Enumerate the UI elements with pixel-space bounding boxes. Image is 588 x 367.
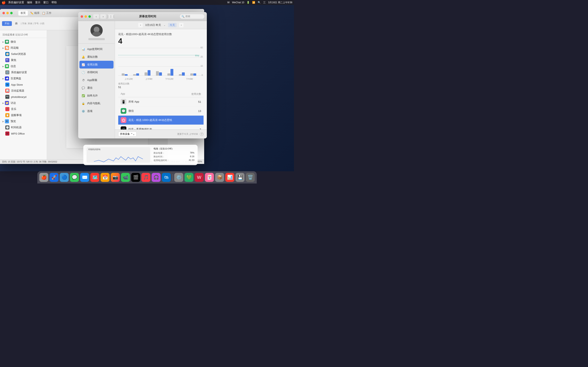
dock-item-maps[interactable]: 🗺️ <box>90 173 99 182</box>
sidebar-item-13[interactable]: ▶ 👁 预览 <box>0 118 47 124</box>
dock-item-mail[interactable]: ✉️ <box>80 173 89 182</box>
desktop: 首页 ✏️ 稿库 📋 工作 开始 插 | 字体: 宋体 | 字号: 小四 活动监… <box>0 5 294 171</box>
st-app-row-1[interactable]: 💬 微信 13 <box>118 106 204 116</box>
st-close[interactable] <box>81 15 83 18</box>
sidebar-item-11[interactable]: 🎵 音乐 <box>0 106 47 112</box>
st-date-back[interactable]: ‹ <box>138 23 143 27</box>
dock-item-apple-tv[interactable]: 🎬 <box>131 173 140 182</box>
sidebar-item-6[interactable]: ▶ ☁️ 百度网盘 <box>0 75 47 82</box>
chart-xlabel-2: 下午12时 <box>165 78 173 81</box>
dock-item-system-prefs[interactable]: ⚙️ <box>174 173 183 182</box>
dock-item-disk[interactable]: 💾 <box>236 173 245 182</box>
st-device-select[interactable]: 所有设备 ⌃⌄ <box>118 132 137 137</box>
st-grid-button[interactable]: ⋮⋮⋮ <box>108 14 114 19</box>
menu-edit[interactable]: 编辑 <box>27 1 32 4</box>
dock-item-finder[interactable]: 🍎 <box>39 173 48 182</box>
menubar-control[interactable]: 三 <box>263 1 266 4</box>
dock-item-music[interactable]: 🎵 <box>141 173 150 182</box>
sidebar-item-9[interactable]: 📷 photolibraryd <box>0 94 47 100</box>
st-menu-item-4[interactable]: ⏱ App限额 <box>78 76 115 84</box>
st-today-button[interactable]: 今天 <box>168 23 177 27</box>
sidebar-label-4: 信息 <box>11 64 16 68</box>
wps-minimize[interactable] <box>6 12 9 14</box>
st-menu-item-2[interactable]: 📈 使用次数 <box>79 61 113 68</box>
st-menu-item-5[interactable]: 💬 通信 <box>78 84 115 92</box>
st-back-button[interactable]: ‹ <box>93 14 99 19</box>
dock-item-app3[interactable]: 📦 <box>215 173 224 182</box>
btn-insert[interactable]: 插 <box>13 21 19 26</box>
sidebar-item-7[interactable]: 🛍 App Store <box>0 82 47 88</box>
st-left-panel: 📊 App使用时间 🔔 通知次数 📈 使用次数 🕐 停用时间 ⏱ App限额 💬… <box>78 21 115 138</box>
st-fullscreen[interactable] <box>88 15 91 18</box>
sidebar-item-2[interactable]: 🧭 Safari浏览器 <box>0 51 47 57</box>
sidebar-label-3: 聚焦 <box>11 58 16 62</box>
dock-item-activity[interactable]: 📊 <box>225 173 234 182</box>
sidebar-icon-1: 📈 <box>5 46 9 50</box>
st-search-bar[interactable]: 🔍 搜索 <box>180 14 204 19</box>
st-menu-item-6[interactable]: ✅ 始终允许 <box>78 92 115 100</box>
st-menu-item-0[interactable]: 📊 App使用时间 <box>78 45 115 53</box>
stat-value-2: 41:33 <box>189 159 194 162</box>
dock-item-calendar[interactable]: 📅 <box>101 173 110 182</box>
dock-item-facetime[interactable]: 📹 <box>121 173 130 182</box>
dock-item-app-store[interactable]: 🛍 <box>162 173 171 182</box>
wps-tab-draft[interactable]: ✏️ 稿库 <box>30 11 40 15</box>
sidebar-item-3[interactable]: 🔍 聚焦 <box>0 57 47 63</box>
st-app-row-2[interactable]: 🌸 花见 - 精选 1000+超高清 4K动态壁纸 <box>118 116 204 125</box>
st-date-nav: ‹ 3月15日 昨天 ⌄ 今天 › <box>115 21 207 29</box>
st-help-button[interactable]: ? <box>200 132 204 136</box>
st-menu-item-1[interactable]: 🔔 通知次数 <box>78 53 115 61</box>
bar-6-0 <box>190 73 193 76</box>
st-avatar <box>90 24 103 36</box>
wps-close[interactable] <box>2 12 5 14</box>
sidebar-item-0[interactable]: ▶ 💬 微信 <box>0 39 47 45</box>
dock-item-launchpad[interactable]: 🚀 <box>50 173 59 182</box>
st-menu-item-7[interactable]: 🔒 内容与隐私 <box>78 100 115 107</box>
menu-syspref[interactable]: 系统偏好设置 <box>8 1 24 4</box>
chart-xlabel-0: 上午12时 <box>125 78 133 81</box>
wps-tab-work[interactable]: 📋 工作 <box>42 11 52 15</box>
menubar-wechat: WeChat 10 <box>232 1 244 4</box>
sidebar-icon-13: 👁 <box>5 119 9 123</box>
apple-menu[interactable]: 🍎 <box>2 1 6 4</box>
st-app-row-3[interactable]: 🎵 抖音 - 看看晚领红包 3 <box>118 125 204 129</box>
sidebar-item-5[interactable]: ⚙️ 系统偏好设置 <box>0 69 47 75</box>
sidebar-item-10[interactable]: ▶ 📁 访达 <box>0 100 47 106</box>
st-date-forward[interactable]: › <box>179 23 183 27</box>
st-forward-button[interactable]: › <box>100 14 106 19</box>
st-menu-item-8[interactable]: ⚙️ 选项 <box>78 107 115 115</box>
menu-help[interactable]: 帮助 <box>52 1 57 4</box>
sidebar-label-12: 提醒事项 <box>11 113 22 117</box>
dock-item-app2[interactable]: 🃏 <box>205 173 214 182</box>
st-minimize[interactable] <box>85 15 87 18</box>
sidebar-item-4[interactable]: ▶ 💬 信息 <box>0 63 47 69</box>
wps-tab-home[interactable]: 首页 <box>18 11 28 16</box>
st-total-value: 51 <box>118 86 204 89</box>
sidebar-item-1[interactable]: ▶ 📈 同花顺 <box>0 45 47 51</box>
menubar-search[interactable]: 🔍 <box>258 1 261 4</box>
dock-item-messages[interactable]: 💬 <box>70 173 79 182</box>
dock-item-wechat[interactable]: 💚 <box>185 173 194 182</box>
st-menu-icon-0: 📊 <box>81 47 86 51</box>
dock-item-wps[interactable]: W <box>195 173 204 182</box>
btn-start[interactable]: 开始 <box>2 21 12 26</box>
menu-window[interactable]: 窗口 <box>43 1 49 4</box>
wps-maximize[interactable] <box>10 12 13 14</box>
battery-stat-1: 剩余时间： 6:16 <box>154 155 194 158</box>
menu-display[interactable]: 显示 <box>35 1 40 4</box>
sidebar-item-12[interactable]: 📋 提醒事项 <box>0 112 47 118</box>
st-app-row-0[interactable]: 📱 所有 App 51 <box>118 97 204 106</box>
st-menu-item-3[interactable]: 🕐 停用时间 <box>78 68 115 76</box>
sidebar-item-14[interactable]: 🕐 时间机器 <box>0 124 47 131</box>
sidebar-arrow: ▶ <box>2 47 4 49</box>
sidebar-item-8[interactable]: 📊 活动监视器 <box>0 88 47 94</box>
battery-stat-2: 使用电池时间： 41:33 <box>154 159 194 162</box>
dock-item-safari[interactable]: 🔵 <box>60 173 69 182</box>
sidebar-item-15[interactable]: W WPS Office <box>0 131 47 137</box>
sidebar-icon-7: 🛍 <box>5 83 9 87</box>
dock-item-podcasts[interactable]: 🎧 <box>152 173 161 182</box>
st-date-dropdown[interactable]: ⌄ <box>164 24 165 26</box>
dock-item-trash[interactable]: 🗑️ <box>246 173 255 182</box>
dock-item-photos[interactable]: 📷 <box>111 173 120 182</box>
bar-0-0 <box>122 73 125 76</box>
